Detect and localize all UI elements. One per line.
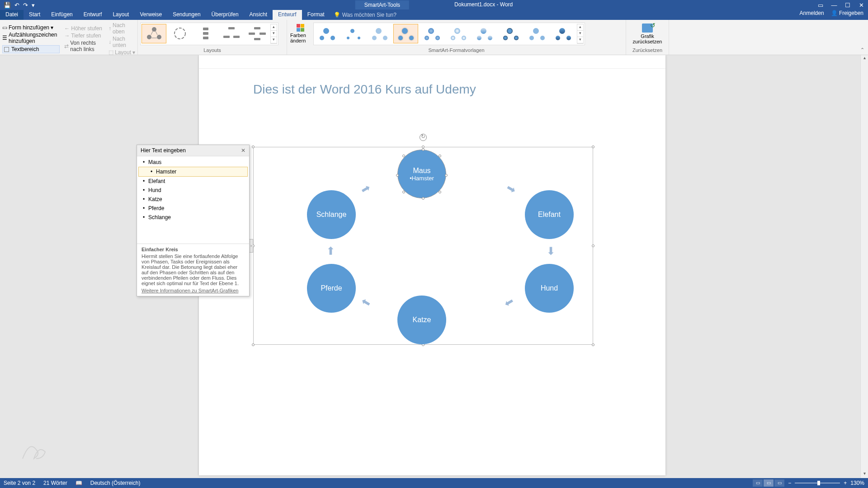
style-thumb-1[interactable] <box>315 24 340 43</box>
tab-home[interactable]: Start <box>24 10 46 20</box>
smartart-frame[interactable]: › Maus •Hamster Elefant Hund Katze Pferd… <box>253 147 593 345</box>
style-thumb-9[interactable] <box>524 24 549 43</box>
svg-rect-8 <box>223 36 230 38</box>
layout-thumb-4[interactable] <box>219 24 244 43</box>
arrow-left-icon: ← <box>64 25 70 32</box>
layout-gallery-spinner[interactable]: ▴▾▾ <box>270 24 277 44</box>
style-thumb-8[interactable] <box>498 24 523 43</box>
style-gallery[interactable]: ▴▾▾ <box>313 23 585 45</box>
dropdown-icon: ▾ <box>51 24 53 31</box>
node-pferde[interactable]: Pferde <box>307 264 356 313</box>
list-item[interactable]: Schlange <box>138 213 248 222</box>
tab-file[interactable]: Datei <box>0 10 24 20</box>
vertical-scrollbar[interactable]: ▴ ▾ <box>860 55 868 478</box>
tell-me-search[interactable]: 💡 Was möchten Sie tun? <box>330 10 396 20</box>
list-item[interactable]: Pferde <box>138 204 248 213</box>
page-indicator[interactable]: Seite 2 von 2 <box>4 480 35 486</box>
smartart-info-link[interactable]: Weitere Informationen zu SmartArt-Grafik… <box>142 288 245 293</box>
style-thumb-7[interactable] <box>472 24 497 43</box>
node-elefant[interactable]: Elefant <box>525 190 574 239</box>
scroll-down-icon[interactable]: ▾ <box>861 471 868 478</box>
tab-view[interactable]: Ansicht <box>244 10 273 20</box>
node-hamster-label: •Hamster <box>410 175 434 182</box>
qat-dropdown-icon[interactable]: ▾ <box>32 2 35 9</box>
node-maus[interactable]: Maus •Hamster <box>397 150 446 198</box>
style-thumb-5[interactable] <box>420 24 444 43</box>
layout-thumb-3[interactable] <box>193 24 218 43</box>
web-layout-icon[interactable]: ▭ <box>774 479 784 487</box>
layout-thumb-2[interactable] <box>167 24 192 43</box>
word-count[interactable]: 21 Wörter <box>43 480 67 486</box>
node-schlange[interactable]: Schlange <box>307 190 356 239</box>
rotate-handle[interactable] <box>420 134 427 141</box>
reset-graphic-button[interactable]: Grafik zurücksetzen <box>628 23 666 44</box>
style-thumb-10[interactable] <box>551 24 576 43</box>
tab-mailings[interactable]: Sendungen <box>167 10 206 20</box>
maximize-icon[interactable]: ☐ <box>841 2 854 9</box>
text-pane-close-icon[interactable]: ✕ <box>241 147 245 154</box>
text-pane[interactable]: Hier Text eingeben ✕ Maus Hamster Elefan… <box>137 145 250 296</box>
list-item[interactable]: Elefant <box>138 177 248 186</box>
share-button[interactable]: 👤 Freigeben <box>831 10 863 16</box>
layout-gallery[interactable]: ▴▾▾ <box>140 23 278 45</box>
proofing-icon[interactable]: 📖 <box>75 480 82 486</box>
add-bullet-button[interactable]: ☰Aufzählungszeichen hinzufügen <box>2 32 60 44</box>
list-item[interactable]: Katze <box>138 195 248 204</box>
close-icon[interactable]: ✕ <box>854 2 868 9</box>
list-item[interactable]: Hund <box>138 186 248 195</box>
tab-insert[interactable]: Einfügen <box>46 10 78 20</box>
tab-smartart-format[interactable]: Format <box>302 10 330 20</box>
node-katze-label: Katze <box>413 316 431 324</box>
zoom-out-icon[interactable]: − <box>788 480 791 486</box>
read-mode-icon[interactable]: ▭ <box>753 479 763 487</box>
text-pane-expand-tab[interactable]: › <box>249 239 253 253</box>
resize-handle-tr[interactable] <box>592 145 594 148</box>
list-item[interactable]: Maus <box>138 158 248 167</box>
layout-thumb-1[interactable] <box>142 24 166 43</box>
list-item[interactable]: Hamster <box>138 167 248 177</box>
color-grid-icon <box>297 24 304 32</box>
minimize-icon[interactable]: — <box>827 2 841 9</box>
tab-references[interactable]: Verweise <box>134 10 167 20</box>
zoom-slider[interactable] <box>795 483 840 483</box>
scroll-up-icon[interactable]: ▴ <box>861 55 868 62</box>
language-indicator[interactable]: Deutsch (Österreich) <box>90 480 141 486</box>
redo-icon[interactable]: ↷ <box>23 2 28 9</box>
text-pane-description: Einfacher Kreis Hiermit stellen Sie eine… <box>137 244 249 296</box>
tab-review[interactable]: Überprüfen <box>206 10 244 20</box>
ribbon-options-icon[interactable]: ▭ <box>814 2 827 9</box>
svg-point-1 <box>147 35 151 39</box>
group-label-reset: Zurücksetzen <box>626 47 669 55</box>
resize-handle-tl[interactable] <box>252 145 255 148</box>
tab-design[interactable]: Entwurf <box>78 10 108 20</box>
share-label: Freigeben <box>839 10 863 16</box>
layout-thumb-5[interactable] <box>245 24 269 43</box>
ribbon-tabs: Datei Start Einfügen Entwurf Layout Verw… <box>0 10 868 20</box>
print-layout-icon[interactable]: ▭ <box>764 479 774 487</box>
text-pane-list[interactable]: Maus Hamster Elefant Hund Katze Pferde S… <box>137 156 249 244</box>
tab-smartart-design[interactable]: Entwurf <box>273 10 302 20</box>
layout-dropdown: ⬚Layout ▾ <box>108 49 135 56</box>
style-thumb-2[interactable] <box>341 24 366 43</box>
zoom-level[interactable]: 130% <box>850 480 864 486</box>
text-pane-toggle[interactable]: Textbereich <box>2 45 60 53</box>
tab-layout[interactable]: Layout <box>107 10 134 20</box>
collapse-ribbon-icon[interactable]: ⌃ <box>860 47 864 53</box>
zoom-in-icon[interactable]: + <box>844 480 847 486</box>
add-shape-button[interactable]: ▭Form hinzufügen ▾ <box>2 24 60 31</box>
style-thumb-6[interactable] <box>446 24 471 43</box>
node-hund[interactable]: Hund <box>525 264 574 313</box>
style-thumb-3[interactable] <box>367 24 392 43</box>
page-heading[interactable]: Dies ist der Word 2016 Kurs auf Udemy <box>253 82 611 97</box>
node-katze[interactable]: Katze <box>397 296 446 344</box>
style-gallery-spinner[interactable]: ▴▾▾ <box>577 24 584 44</box>
rtl-button[interactable]: ⇄Von rechts nach links <box>64 40 104 52</box>
resize-handle-mr[interactable] <box>592 244 594 247</box>
save-icon[interactable]: 💾 <box>4 2 11 9</box>
style-thumb-4[interactable] <box>393 24 418 43</box>
resize-handle-bl[interactable] <box>252 343 255 346</box>
sign-in-link[interactable]: Anmelden <box>800 10 824 16</box>
change-colors-button[interactable]: Farben ändern <box>289 23 311 44</box>
resize-handle-br[interactable] <box>592 343 594 346</box>
undo-icon[interactable]: ↶ <box>14 2 19 9</box>
